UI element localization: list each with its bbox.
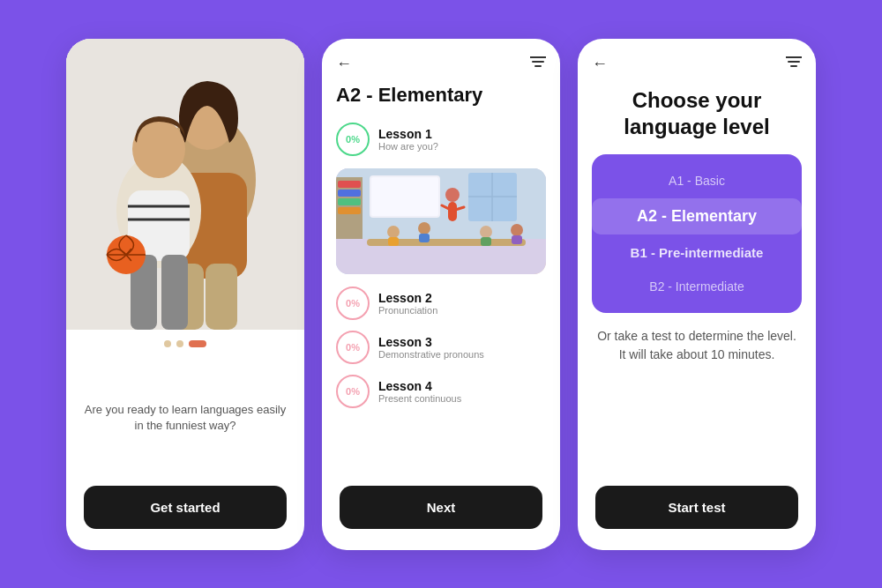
progress-circle-2: 0% [336, 287, 370, 320]
next-button[interactable]: Next [340, 486, 542, 529]
svg-rect-12 [161, 255, 188, 330]
lesson-sub-3: Demonstrative pronouns [378, 349, 484, 360]
progress-value-3: 0% [346, 342, 360, 353]
progress-circle-1: 0% [336, 123, 370, 156]
lesson-item-4: 0% Lesson 4 Present continuous [322, 369, 560, 413]
svg-point-35 [387, 226, 400, 238]
lesson-info-4: Lesson 4 Present continuous [378, 379, 461, 404]
lesson-level-title: A2 - Elementary [322, 80, 560, 117]
dot-1 [164, 340, 171, 347]
lesson-item-3: 0% Lesson 3 Demonstrative pronouns [322, 325, 560, 369]
progress-value-2: 0% [346, 298, 360, 309]
classroom-image [336, 168, 546, 274]
start-test-button[interactable]: Start test [595, 486, 798, 529]
lesson-sub-4: Present continuous [378, 393, 461, 404]
svg-rect-40 [481, 237, 491, 246]
lesson-name-4: Lesson 4 [378, 379, 461, 393]
level-a1[interactable]: A1 - Basic [592, 165, 802, 197]
svg-rect-5 [206, 264, 237, 330]
progress-circle-3: 0% [336, 331, 370, 364]
svg-point-30 [445, 188, 460, 202]
svg-point-37 [418, 222, 430, 234]
hero-illustration [66, 39, 304, 330]
card2-footer: Next [322, 479, 560, 550]
lesson-info-1: Lesson 1 How are you? [378, 127, 438, 152]
card1-text-area: Are you ready to learn languages easily … [66, 358, 304, 472]
svg-rect-21 [338, 181, 361, 188]
card1-footer: Get started [66, 472, 304, 550]
level-b2[interactable]: B2 - Intermediate [592, 271, 802, 302]
svg-point-41 [511, 224, 523, 236]
progress-dots [66, 330, 304, 358]
progress-value-1: 0% [346, 134, 360, 145]
svg-rect-22 [338, 190, 361, 197]
svg-rect-23 [338, 198, 361, 205]
svg-point-39 [480, 226, 492, 238]
filter-icon[interactable] [530, 56, 546, 71]
lesson-item-1: 0% Lesson 1 How are you? [322, 117, 560, 161]
lesson-item-2: 0% Lesson 2 Pronunciation [322, 281, 560, 325]
card3-footer: Start test [578, 479, 816, 550]
svg-rect-36 [388, 237, 399, 246]
svg-rect-29 [371, 177, 438, 216]
back-icon-level[interactable]: ← [592, 55, 608, 73]
choose-level-title: Choose your language level [578, 80, 816, 154]
dot-3 [189, 340, 206, 347]
lesson-info-2: Lesson 2 Pronunciation [378, 291, 437, 316]
lesson-sub-2: Pronunciation [378, 305, 437, 316]
filter-icon-level[interactable] [786, 56, 802, 71]
lesson-sub-1: How are you? [378, 141, 438, 152]
level-b1[interactable]: B1 - Pre-intermediate [592, 236, 802, 269]
lessons-header: ← [322, 39, 560, 80]
dot-2 [176, 340, 183, 347]
lesson-name-3: Lesson 3 [378, 335, 484, 349]
onboarding-card: Are you ready to learn languages easily … [66, 39, 304, 550]
lesson-info-3: Lesson 3 Demonstrative pronouns [378, 335, 484, 360]
level-header: ← [578, 39, 816, 80]
progress-circle-4: 0% [336, 375, 370, 408]
lesson-name-2: Lesson 2 [378, 291, 437, 305]
back-icon[interactable]: ← [336, 55, 352, 73]
level-selector: A1 - Basic A2 - Elementary B1 - Pre-inte… [592, 154, 802, 313]
lesson-name-1: Lesson 1 [378, 127, 438, 141]
svg-rect-38 [419, 234, 430, 242]
get-started-button[interactable]: Get started [84, 486, 287, 529]
lessons-card: ← A2 - Elementary 0% Lesson 1 How are yo… [322, 39, 560, 550]
level-selector-card: ← Choose your language level A1 - Basic … [578, 39, 816, 550]
card1-subtitle: Are you ready to learn languages easily … [84, 402, 287, 434]
level-a2[interactable]: A2 - Elementary [592, 198, 802, 234]
or-take-test-text: Or take a test to determine the level. I… [578, 313, 816, 371]
progress-value-4: 0% [346, 386, 360, 397]
svg-rect-42 [512, 235, 522, 244]
svg-rect-24 [338, 207, 361, 214]
